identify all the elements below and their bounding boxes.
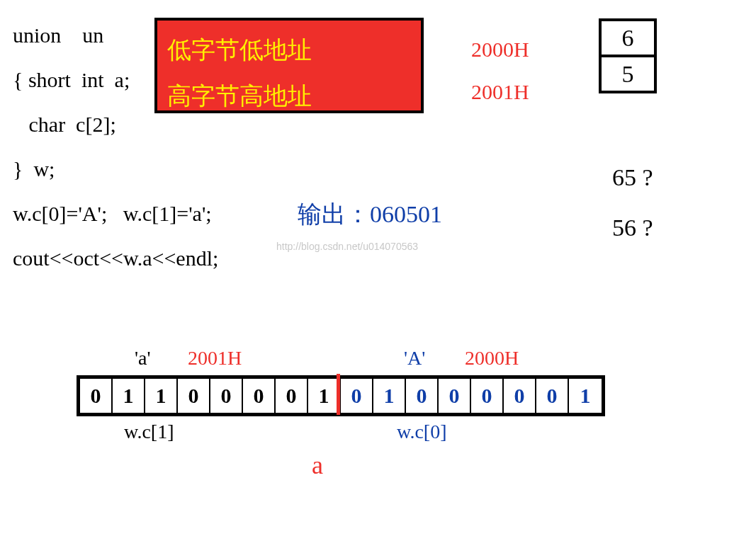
bit-cell: 0: [471, 379, 504, 413]
output-text: 输出：060501: [298, 198, 442, 231]
output-label: 输出：: [298, 201, 370, 227]
wc0-label: w.c[0]: [397, 421, 446, 443]
question-2: 56 ?: [612, 202, 653, 253]
address-column: 2000H 2001H: [471, 28, 529, 113]
question-column: 65 ? 56 ?: [612, 152, 653, 253]
address-0: 2000H: [471, 28, 529, 71]
endianness-line-1: 低字节低地址: [167, 28, 411, 74]
code-line-4: } w;: [13, 147, 218, 191]
bit-cell: 0: [243, 379, 276, 413]
memory-cell-1: 5: [599, 55, 657, 93]
bit-cell: 1: [373, 379, 406, 413]
bit-cell: 0: [178, 379, 210, 413]
bit-cell: 0: [210, 379, 243, 413]
watermark: http://blog.csdn.net/u014070563: [276, 241, 418, 252]
char-label-low: 'A': [404, 347, 425, 370]
bit-table: 0 1 1 0 0 0 0 1 0 1 0 0 0 0 0 1: [77, 375, 605, 416]
endianness-note-box: 低字节低地址 高字节高地址: [154, 18, 424, 113]
bit-cell: 1: [569, 379, 602, 413]
bit-cell: 0: [276, 379, 308, 413]
bit-cell: 0: [80, 379, 113, 413]
bit-cell: 1: [113, 379, 145, 413]
bit-cell: 0: [536, 379, 569, 413]
code-line-5: w.c[0]='A'; w.c[1]='a';: [13, 191, 218, 236]
bit-cell: 0: [439, 379, 471, 413]
byte-divider: [337, 374, 340, 415]
endianness-line-2: 高字节高地址: [167, 74, 411, 120]
memory-cells: 6 5: [599, 18, 657, 93]
char-label-high: 'a': [135, 347, 151, 370]
code-line-6: cout<<oct<<w.a<<endl;: [13, 236, 218, 280]
address-1: 2001H: [471, 71, 529, 113]
bit-cell: 0: [504, 379, 536, 413]
bit-cell: 0: [341, 379, 373, 413]
memory-cell-0: 6: [599, 18, 657, 57]
bit-cell: 0: [406, 379, 439, 413]
bit-cell: 1: [145, 379, 178, 413]
question-1: 65 ?: [612, 152, 653, 202]
wc1-label: w.c[1]: [124, 421, 174, 443]
addr-label-low: 2000H: [465, 347, 519, 370]
union-a-label: a: [312, 450, 323, 480]
output-value: 060501: [370, 201, 442, 227]
addr-label-high: 2001H: [188, 347, 242, 370]
